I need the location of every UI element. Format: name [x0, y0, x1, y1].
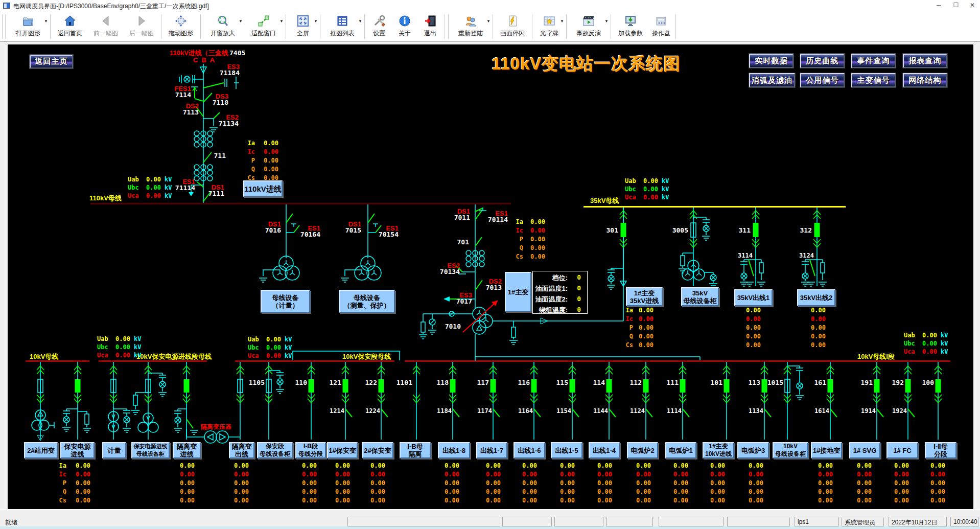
close-button[interactable]: ✕ [965, 0, 980, 10]
nav-button-历史曲线[interactable]: 历史曲线 [800, 54, 845, 68]
chevron-down-icon[interactable]: ▼ [604, 19, 609, 24]
toolbar-button-arrow-left[interactable]: 前一幅图 [88, 13, 124, 40]
toolbar-button-fit-window[interactable]: ▼适配窗口 [243, 13, 284, 40]
feeder-label-116: 116 [518, 379, 530, 386]
feeder-button-2#保安变[interactable]: 2#保安变 [362, 442, 393, 458]
voltage-unit: kV [662, 178, 669, 185]
bus-label-10kV母线: 10kV母线 [30, 353, 58, 360]
toolbar-button-op-panel[interactable]: 操作盘 [648, 13, 674, 40]
toolbar-button-zoom-window[interactable]: ▼开窗放大 [202, 13, 243, 40]
feeder-button-I-Ⅱ母分段[interactable]: I-Ⅱ母 分段 [925, 442, 956, 458]
feeder-button-出线1-5[interactable]: 出线1-5 [551, 442, 582, 458]
diagram-button-110kV进线[interactable]: 110kV进线 [243, 180, 283, 197]
chevron-down-icon[interactable]: ▼ [486, 19, 491, 24]
chevron-down-icon[interactable]: ▼ [239, 19, 243, 24]
feeder-button-隔离变进线[interactable]: 隔离变 进线 [173, 442, 201, 458]
toolbar-button-home[interactable]: 返回首页 [52, 13, 88, 40]
feeder-button-出线1-7[interactable]: 出线1-7 [476, 442, 507, 458]
feeder-button-计量[interactable]: 计量 [102, 442, 126, 458]
nav-button-公用信号[interactable]: 公用信号 [800, 73, 845, 87]
toolbar-button-replay[interactable]: ▼事故反演 [568, 13, 609, 40]
nav-button-实时数据[interactable]: 实时数据 [749, 54, 794, 68]
diagram-button-35kV出线2[interactable]: 35kV出线2 [797, 289, 835, 306]
feeder-label-112: 112 [630, 379, 642, 386]
feeder-button-1#保安变[interactable]: 1#保安变 [327, 442, 358, 458]
measure-label-Cs: Cs [248, 175, 255, 181]
about-icon [398, 14, 411, 28]
feeder-button-电弧炉1[interactable]: 电弧炉1 [665, 442, 696, 458]
feeder-button-电弧炉2[interactable]: 电弧炉2 [627, 442, 658, 458]
device-label-7017: ES37017 [456, 292, 472, 305]
toolbar-button-fullscreen[interactable]: ▼全屏 [288, 13, 318, 40]
diagram-button-母线设备（测量、保护）[interactable]: 母线设备 （测量、保护） [339, 290, 395, 313]
feeder-button-1#主变10kV进线[interactable]: 1#主变 10kV进线 [703, 442, 734, 458]
toolbar-button-flash[interactable]: 画面停闪 [495, 13, 530, 40]
feeder-label-110: 110 [295, 379, 307, 386]
diagram-button-母线设备（计量）[interactable]: 母线设备 （计量） [261, 290, 310, 313]
feeder-button-保安电源进线[interactable]: 保安电源 进线 [60, 442, 95, 458]
toolbar-separator [448, 14, 449, 39]
nav-button-报表查询[interactable]: 报表查询 [903, 54, 947, 68]
feeder-sublabel-1164: 1164 [518, 408, 533, 415]
feeder-button-I-B母隔离[interactable]: I-B母 隔离 [400, 442, 431, 458]
chevron-down-icon[interactable]: ▼ [279, 19, 284, 24]
feeder-button-10kV母线设备柜[interactable]: 10kV 母线设备柜 [773, 442, 808, 458]
toolbar-button-list[interactable]: ▼推图列表 [322, 13, 363, 40]
measure-label-Cs: Cs [626, 342, 633, 349]
toolbar-button-about[interactable]: 关于 [392, 13, 417, 40]
feeder-button-保安电源进线母线设备柜[interactable]: 保安电源进线 母线设备柜 [131, 442, 170, 458]
feeder-button-出线1-6[interactable]: 出线1-6 [514, 442, 545, 458]
chevron-down-icon[interactable]: ▼ [358, 19, 362, 24]
toolbar-button-settings[interactable]: 设置 [366, 13, 392, 40]
measure-value: 0.00 [639, 325, 654, 331]
measure-value: 0.00 [811, 325, 826, 331]
feeder-button-出线1-4[interactable]: 出线1-4 [589, 442, 620, 458]
maximize-button[interactable]: ☐ [948, 0, 964, 10]
diagram-button-35kV母线设备柜[interactable]: 35kV 母线设备柜 [681, 287, 719, 306]
measure-value: 0.00 [857, 463, 872, 469]
diagram-button-1#主变35kV进线[interactable]: 1#主变 35kV进线 [626, 287, 663, 306]
diagram-button-1#主变[interactable]: 1#主变 [505, 272, 531, 312]
chevron-down-icon[interactable]: ▼ [44, 19, 48, 24]
feeder-button-1#接地变[interactable]: 1#接地变 [811, 442, 842, 458]
measure-value: 0.00 [264, 166, 278, 173]
chevron-down-icon[interactable]: ▼ [314, 19, 318, 24]
feeder-button-隔离变出线[interactable]: 隔离变 出线 [229, 442, 254, 458]
bus-line-5 [405, 360, 950, 362]
toolbar-button-relogin[interactable]: ▼重新登陆 [450, 13, 491, 40]
feeder-button-2#站用变[interactable]: 2#站用变 [24, 442, 58, 458]
nav-button-消弧及滤油[interactable]: 消弧及滤油 [749, 73, 795, 87]
home-button[interactable]: 返回主页 [30, 55, 73, 68]
voltage-label-Uab: Uab [625, 178, 636, 185]
feeder-button-电弧炉3[interactable]: 电弧炉3 [737, 442, 769, 458]
measure-value: 0.00 [76, 497, 90, 504]
device-number: 7011 [454, 215, 470, 221]
toolbar-button-drag-move[interactable]: 拖动图形 [163, 13, 199, 40]
nav-button-网络结构[interactable]: 网络结构 [903, 73, 947, 87]
minimize-button[interactable]: ─ [931, 0, 946, 10]
toolbar-button-arrow-right[interactable]: 后一幅图 [124, 13, 159, 40]
voltage-label-Ubc: Ubc [128, 185, 139, 191]
chevron-down-icon[interactable]: ▼ [560, 19, 564, 24]
diagram-button-35kV出线1[interactable]: 35kV出线1 [734, 289, 773, 306]
feeder-button-I-B段母线分段[interactable]: I-B段 母线分段 [295, 442, 326, 458]
feeder-button-出线1-8[interactable]: 出线1-8 [438, 442, 470, 458]
feeder-button-1#FC[interactable]: 1# FC [886, 442, 918, 458]
toolbar-button-light-panel[interactable]: ▼光字牌 [534, 13, 565, 40]
feeder-button-1#SVG[interactable]: 1# SVG [849, 442, 880, 458]
nav-button-主变信号[interactable]: 主变信号 [851, 73, 896, 87]
measure-value: 0.00 [894, 489, 909, 495]
bus-line-1 [584, 206, 846, 208]
toolbar-button-folder-open[interactable]: ▼打开图形 [8, 13, 49, 40]
voltage-label-Uca: Uca [97, 352, 108, 359]
device-number: 70164 [300, 232, 320, 238]
feeder-button-保安段母线设备柜[interactable]: 保安段 母线设备柜 [257, 442, 293, 458]
measure-value: 0.00 [234, 497, 249, 504]
measure-value: 0.00 [445, 497, 459, 504]
fullscreen-icon [296, 14, 310, 28]
nav-button-事件查询[interactable]: 事件查询 [851, 54, 896, 68]
toolbar-button-load-params[interactable]: 加载参数 [613, 13, 648, 40]
arrow-right-icon [135, 14, 148, 28]
toolbar-button-exit[interactable]: 退出 [417, 13, 443, 40]
voltage-value: 0.00 [146, 176, 161, 183]
